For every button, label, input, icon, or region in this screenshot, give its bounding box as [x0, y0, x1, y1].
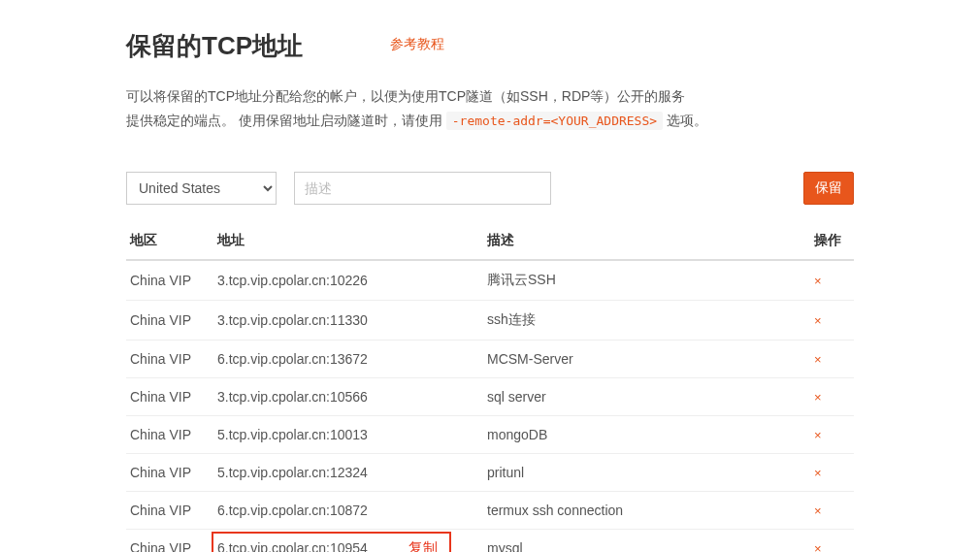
cell-region: China VIP	[126, 301, 213, 341]
reference-tutorial-link[interactable]: 参考教程	[390, 36, 444, 53]
copy-label[interactable]: 复制	[408, 539, 438, 552]
desc-line1: 可以将保留的TCP地址分配给您的帐户，以便为使用TCP隧道（如SSH，RDP等）…	[126, 88, 685, 104]
cell-region: China VIP	[126, 530, 213, 552]
delete-icon[interactable]: ×	[814, 541, 822, 552]
description-text: 可以将保留的TCP地址分配给您的帐户，以便为使用TCP隧道（如SSH，RDP等）…	[126, 84, 854, 133]
delete-icon[interactable]: ×	[814, 466, 822, 480]
reserve-button[interactable]: 保留	[803, 172, 854, 205]
cell-region: China VIP	[126, 260, 213, 301]
table-row: China VIP5.tcp.vip.cpolar.cn:10013mongoD…	[126, 416, 854, 454]
delete-icon[interactable]: ×	[814, 274, 822, 288]
delete-icon[interactable]: ×	[814, 390, 822, 405]
cell-operation: ×	[810, 454, 854, 492]
cell-address: 5.tcp.vip.cpolar.cn:12324	[213, 454, 483, 492]
delete-icon[interactable]: ×	[814, 428, 822, 442]
cell-operation: ×	[810, 301, 854, 341]
delete-icon[interactable]: ×	[814, 352, 822, 367]
table-row: China VIP3.tcp.vip.cpolar.cn:10226腾讯云SSH…	[126, 260, 854, 301]
reserved-addresses-table: 地区 地址 描述 操作 China VIP3.tcp.vip.cpolar.cn…	[126, 222, 854, 552]
header-description: 描述	[483, 222, 810, 260]
cell-operation: ×	[810, 530, 854, 552]
cell-address: 6.tcp.vip.cpolar.cn:10872	[213, 492, 483, 530]
cell-description: sql server	[483, 378, 810, 416]
cell-operation: ×	[810, 492, 854, 530]
page-title: 保留的TCP地址	[126, 29, 303, 63]
cell-address: 3.tcp.vip.cpolar.cn:10226	[213, 260, 483, 301]
cell-description: termux ssh connection	[483, 492, 810, 530]
desc-code: -remote-addr=<YOUR_ADDRESS>	[446, 112, 663, 130]
cell-operation: ×	[810, 416, 854, 454]
cell-description: MCSM-Server	[483, 341, 810, 378]
cell-address: 3.tcp.vip.cpolar.cn:11330	[213, 301, 483, 341]
header-operation: 操作	[810, 222, 854, 260]
cell-region: China VIP	[126, 492, 213, 530]
cell-region: China VIP	[126, 416, 213, 454]
delete-icon[interactable]: ×	[814, 313, 822, 328]
cell-region: China VIP	[126, 341, 213, 378]
cell-region: China VIP	[126, 378, 213, 416]
table-row: China VIP6.tcp.vip.cpolar.cn:10954复制mysq…	[126, 530, 854, 552]
region-select[interactable]: United States	[126, 172, 277, 205]
form-row: United States 保留	[126, 172, 854, 205]
table-row: China VIP3.tcp.vip.cpolar.cn:10566sql se…	[126, 378, 854, 416]
table-row: China VIP5.tcp.vip.cpolar.cn:12324pritun…	[126, 454, 854, 492]
delete-icon[interactable]: ×	[814, 503, 822, 518]
cell-description: mongoDB	[483, 416, 810, 454]
description-input[interactable]	[294, 172, 551, 205]
title-row: 保留的TCP地址 参考教程	[126, 29, 854, 63]
table-row: China VIP6.tcp.vip.cpolar.cn:10872termux…	[126, 492, 854, 530]
cell-description: pritunl	[483, 454, 810, 492]
cell-address: 3.tcp.vip.cpolar.cn:10566	[213, 378, 483, 416]
cell-description: 腾讯云SSH	[483, 260, 810, 301]
header-region: 地区	[126, 222, 213, 260]
highlight-box: 6.tcp.vip.cpolar.cn:10954复制	[212, 532, 451, 552]
cell-description: ssh连接	[483, 301, 810, 341]
cell-region: China VIP	[126, 454, 213, 492]
cell-operation: ×	[810, 341, 854, 378]
cell-operation: ×	[810, 260, 854, 301]
cell-address: 6.tcp.vip.cpolar.cn:13672	[213, 341, 483, 378]
table-row: China VIP6.tcp.vip.cpolar.cn:13672MCSM-S…	[126, 341, 854, 378]
table-row: China VIP3.tcp.vip.cpolar.cn:11330ssh连接×	[126, 301, 854, 341]
cell-description: mysql	[483, 530, 810, 552]
table-header-row: 地区 地址 描述 操作	[126, 222, 854, 260]
cell-address: 5.tcp.vip.cpolar.cn:10013	[213, 416, 483, 454]
cell-address: 6.tcp.vip.cpolar.cn:10954复制	[213, 530, 483, 552]
cell-operation: ×	[810, 378, 854, 416]
address-text: 6.tcp.vip.cpolar.cn:10954	[217, 540, 368, 552]
header-address: 地址	[213, 222, 483, 260]
main-container: 保留的TCP地址 参考教程 可以将保留的TCP地址分配给您的帐户，以便为使用TC…	[0, 0, 980, 552]
desc-line2-prefix: 提供稳定的端点。 使用保留地址启动隧道时，请使用	[126, 113, 446, 128]
desc-line2-suffix: 选项。	[663, 113, 707, 128]
